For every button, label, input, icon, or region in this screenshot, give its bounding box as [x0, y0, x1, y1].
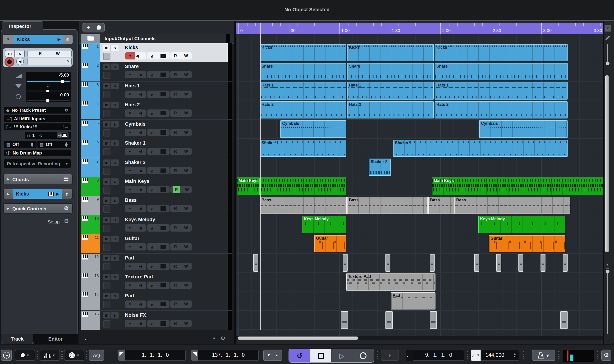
record-enable-button[interactable]: ● [125, 52, 135, 59]
mute-button[interactable]: m [103, 217, 111, 223]
track-color-strip[interactable]: 1 [81, 43, 100, 62]
playback-position-display[interactable]: 9. 1. 1. 0 [413, 350, 464, 361]
pad-hit-clip[interactable] [343, 254, 347, 272]
play-button[interactable]: ▷ [331, 349, 353, 362]
midi-clip[interactable]: Guitar [314, 235, 346, 252]
track-preset-button[interactable]: ⬟ [93, 24, 104, 32]
track-color-strip[interactable]: 6 [81, 139, 100, 158]
solo-button[interactable]: s [111, 178, 119, 185]
divider-handle[interactable]: - [85, 336, 86, 341]
pad-hit-clip[interactable] [519, 254, 523, 272]
track-name[interactable]: Pad [125, 255, 134, 260]
edit-channel-button[interactable]: e [151, 148, 153, 155]
mute-button[interactable]: m [103, 255, 111, 261]
mute-button[interactable]: m [103, 274, 111, 280]
vertical-zoom-slider[interactable] [607, 273, 608, 334]
record-enable-button[interactable]: ● [129, 186, 131, 193]
program-spinner[interactable]: ▲▼ [64, 142, 68, 147]
mute-button[interactable]: m [103, 312, 111, 318]
midi-clip[interactable] [260, 178, 346, 195]
section-quick-controls[interactable]: ▶Quick Controls ⊘ [3, 203, 73, 214]
read-automation-button[interactable]: R [173, 186, 180, 193]
record-enable-button[interactable]: ● [129, 224, 131, 232]
track-name[interactable]: Noise FX [125, 312, 146, 318]
read-automation-button[interactable]: R [174, 262, 177, 270]
edit-channel-button[interactable]: e [151, 110, 153, 117]
tempo-display[interactable]: 144.000▲▼ [481, 350, 519, 361]
solo-button[interactable]: s [111, 45, 119, 51]
midi-record-mode-button[interactable]: ▼ [64, 350, 84, 361]
right-locator-flag[interactable] [191, 350, 198, 361]
mute-button[interactable]: m [103, 64, 111, 70]
open-instrument-button[interactable] [160, 73, 166, 77]
track-row[interactable]: 10 m s Keys Melody ●◀ e RW [81, 215, 232, 235]
midi-clip[interactable]: Bass [347, 197, 428, 214]
instrument-field[interactable]: ✳ [27, 58, 72, 65]
mute-button[interactable]: m [5, 50, 15, 57]
track-lane[interactable] [236, 311, 603, 330]
midi-clip[interactable]: Texture Pad [346, 273, 436, 291]
midi-clip[interactable]: Kicks [435, 44, 568, 61]
track-color-strip[interactable]: 7 [81, 158, 100, 177]
midi-clip[interactable]: Guitar [489, 235, 565, 252]
read-automation-button[interactable]: R [174, 110, 177, 117]
pad-hit-clip[interactable] [430, 254, 435, 272]
keyboard-route-button[interactable]: ➜ [57, 132, 68, 139]
solo-button[interactable]: s [111, 83, 119, 89]
record-enable-button[interactable]: ● [129, 71, 131, 78]
write-automation-button[interactable]: W [184, 282, 188, 289]
tab-editor[interactable]: Editor [33, 334, 78, 344]
record-enable-button[interactable]: ● [129, 243, 131, 250]
edit-channel-button[interactable]: e [151, 129, 153, 136]
playhead-cursor[interactable] [260, 23, 261, 330]
reload-icon[interactable]: ↻ [65, 108, 68, 113]
pan-value[interactable]: C [46, 83, 50, 88]
monitor-button[interactable]: ◀ [139, 282, 142, 289]
midi-clip[interactable]: Hats 1 [260, 82, 346, 100]
read-automation-button[interactable]: R [174, 320, 177, 327]
track-row[interactable]: 6 m s Shaker 1 ●◀ e RW [81, 139, 232, 158]
midi-channel-row[interactable]: ⠿1 ◇ ➜ [25, 132, 71, 139]
open-instrument-button[interactable] [160, 130, 166, 134]
pad-hit-clip[interactable] [386, 254, 390, 272]
monitor-button[interactable]: ◀ [136, 52, 146, 59]
cycle-button[interactable]: ↺ [289, 349, 310, 362]
write-automation-button[interactable]: W [184, 71, 188, 78]
horizontal-zoom-knob[interactable] [606, 62, 609, 65]
monitor-button[interactable]: ◀ [16, 58, 24, 65]
auto-quantize-button[interactable]: AQ [89, 350, 104, 361]
monitor-button[interactable]: ◀ [139, 167, 142, 174]
read-automation-button[interactable]: R [174, 167, 177, 174]
record-button[interactable] [353, 349, 374, 362]
track-row[interactable]: 12 m s Pad ●◀ e RW [81, 253, 232, 273]
monitor-button[interactable]: ◀ [139, 148, 142, 155]
edit-channel-button[interactable]: e [151, 186, 153, 193]
midi-clip[interactable]: Bass [260, 197, 347, 214]
track-name[interactable]: Texture Pad [125, 274, 153, 279]
edit-channel-button[interactable]: e [151, 91, 153, 98]
pad-hit-clip[interactable] [496, 254, 501, 272]
event-display[interactable]: Kicks Kicks Kicks Snare Snare [236, 34, 603, 339]
noise-fx-clip[interactable] [386, 312, 393, 329]
output-routing-row[interactable]: [→!!! Kicks !!![→ [4, 123, 71, 130]
record-enable-button[interactable]: ● [129, 320, 131, 327]
midi-clip[interactable]: Pad [391, 292, 436, 310]
track-lane[interactable] [236, 253, 603, 273]
open-instrument-button[interactable] [160, 168, 166, 173]
pad-hit-clip[interactable] [253, 254, 258, 272]
open-instrument-button[interactable] [160, 111, 166, 116]
record-enable-button[interactable]: ● [129, 282, 131, 289]
midi-clip[interactable]: Bass [454, 197, 570, 214]
horizontal-scrollbar[interactable] [236, 336, 603, 340]
tab-inspector[interactable]: Inspector [2, 21, 43, 30]
track-row[interactable]: 13 m s Texture Pad ●◀ e RW [81, 273, 232, 292]
track-row[interactable]: 1 m s Kicks ●◀ e RW [81, 43, 232, 63]
mute-button[interactable]: m [103, 159, 111, 166]
track-name[interactable]: Pad [125, 293, 134, 299]
pad-hit-clip[interactable] [541, 254, 546, 272]
open-instrument-button[interactable] [160, 187, 166, 192]
midi-clip[interactable]: Kicks [347, 44, 434, 61]
monitor-button[interactable]: ◀ [139, 129, 142, 136]
track-name[interactable]: Keys Melody [125, 217, 155, 222]
track-preset-row[interactable]: ◆No Track Preset↻ [4, 107, 71, 114]
